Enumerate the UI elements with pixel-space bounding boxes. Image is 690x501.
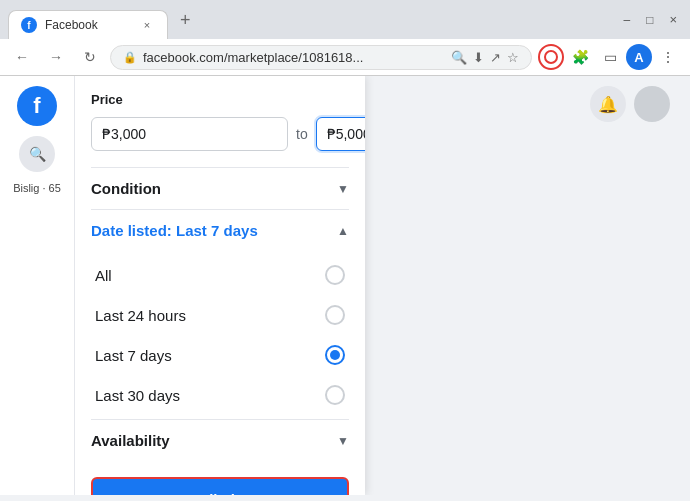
- see-listings-button[interactable]: See listings: [91, 477, 349, 495]
- fb-search-button[interactable]: 🔍: [19, 136, 55, 172]
- radio-item-7days[interactable]: Last 7 days: [91, 335, 349, 375]
- profile-button[interactable]: A: [626, 44, 652, 70]
- radio-inner-7days: [330, 350, 340, 360]
- price-label: Price: [91, 92, 349, 107]
- puzzle-icon[interactable]: 🧩: [566, 43, 594, 71]
- tab-title: Facebook: [45, 18, 131, 32]
- address-bar: ← → ↻ 🔒 facebook.com/marketplace/1081618…: [0, 39, 690, 76]
- radio-label-24h: Last 24 hours: [95, 307, 186, 324]
- price-row: to: [91, 117, 349, 151]
- date-listed-section[interactable]: Date listed: Last 7 days ▲: [91, 209, 349, 251]
- sidebar-icon[interactable]: ▭: [596, 43, 624, 71]
- fb-sidebar: f 🔍 Bislig · 65: [0, 76, 75, 495]
- url-bar[interactable]: 🔒 facebook.com/marketplace/1081618... 🔍 …: [110, 45, 532, 70]
- tab-favicon: f: [21, 17, 37, 33]
- star-icon[interactable]: ☆: [507, 50, 519, 65]
- main-content: 🔔 Price to Condition ▼: [75, 76, 690, 495]
- date-listed-chevron-icon: ▲: [337, 224, 349, 238]
- radio-label-30days: Last 30 days: [95, 387, 180, 404]
- radio-item-all[interactable]: All: [91, 255, 349, 295]
- tab-bar: f Facebook × + – □ ×: [0, 0, 690, 39]
- radio-circle-24h: [325, 305, 345, 325]
- share-icon: ↗: [490, 50, 501, 65]
- condition-section[interactable]: Condition ▼: [91, 167, 349, 209]
- price-min-input[interactable]: [91, 117, 288, 151]
- date-radio-list: All Last 24 hours Last 7 days: [91, 251, 349, 419]
- availability-chevron-icon: ▼: [337, 434, 349, 448]
- user-avatar-button[interactable]: [634, 86, 670, 122]
- fb-location: Bislig · 65: [9, 182, 65, 194]
- radio-item-30days[interactable]: Last 30 days: [91, 375, 349, 415]
- extension-circle-icon[interactable]: [538, 44, 564, 70]
- radio-circle-30days: [325, 385, 345, 405]
- browser-window: f Facebook × + – □ × ← → ↻ 🔒 facebook.co…: [0, 0, 690, 495]
- search-url-icon: 🔍: [451, 50, 467, 65]
- price-max-input[interactable]: [316, 117, 365, 151]
- page-content: f 🔍 Bislig · 65 🔔 Price to: [0, 76, 690, 495]
- fb-logo: f: [17, 86, 57, 126]
- tab-close-button[interactable]: ×: [139, 17, 155, 33]
- active-tab[interactable]: f Facebook ×: [8, 10, 168, 39]
- radio-circle-all: [325, 265, 345, 285]
- condition-chevron-icon: ▼: [337, 182, 349, 196]
- browser-actions: 🧩 ▭ A ⋮: [538, 43, 682, 71]
- forward-button[interactable]: →: [42, 43, 70, 71]
- radio-circle-7days: [325, 345, 345, 365]
- back-button[interactable]: ←: [8, 43, 36, 71]
- price-section: Price to: [91, 92, 349, 151]
- fb-top-right-actions: 🔔: [590, 86, 670, 122]
- lock-icon: 🔒: [123, 51, 137, 64]
- radio-label-7days: Last 7 days: [95, 347, 172, 364]
- filter-panel: Price to Condition ▼ Date listed: Last 7…: [75, 76, 365, 495]
- availability-section[interactable]: Availability ▼: [91, 419, 349, 461]
- menu-button[interactable]: ⋮: [654, 43, 682, 71]
- radio-label-all: All: [95, 267, 112, 284]
- price-to-label: to: [296, 126, 308, 142]
- maximize-button[interactable]: □: [641, 11, 658, 29]
- minimize-button[interactable]: –: [618, 11, 635, 29]
- url-text: facebook.com/marketplace/1081618...: [143, 50, 445, 65]
- new-tab-button[interactable]: +: [170, 4, 201, 37]
- notification-bell-button[interactable]: 🔔: [590, 86, 626, 122]
- download-icon: ⬇: [473, 50, 484, 65]
- radio-item-24h[interactable]: Last 24 hours: [91, 295, 349, 335]
- condition-label: Condition: [91, 180, 161, 197]
- date-listed-label: Date listed: Last 7 days: [91, 222, 258, 239]
- extension-inner: [544, 50, 558, 64]
- availability-label: Availability: [91, 432, 170, 449]
- close-button[interactable]: ×: [664, 10, 682, 29]
- refresh-button[interactable]: ↻: [76, 43, 104, 71]
